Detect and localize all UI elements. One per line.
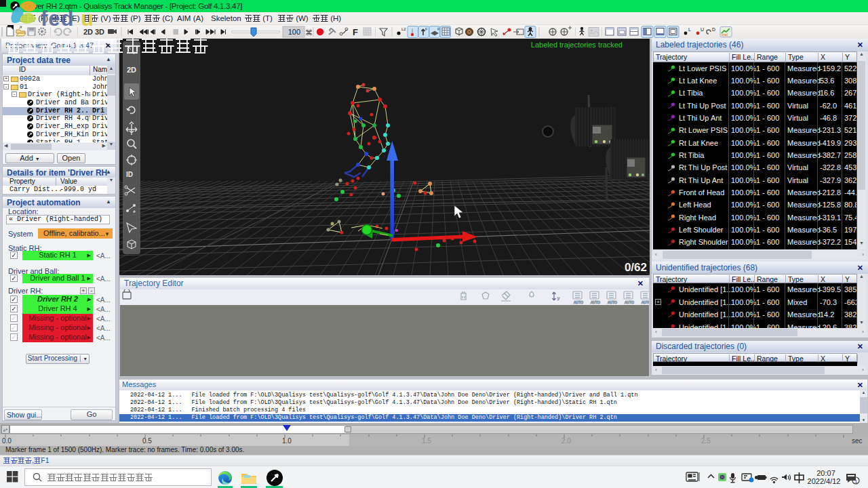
- svg-text:F: F: [437, 27, 440, 31]
- svg-text:y: y: [557, 296, 559, 300]
- svg-text:L: L: [688, 27, 691, 32]
- svg-text:100: 100: [288, 28, 300, 36]
- svg-text:1: 1: [854, 479, 858, 485]
- svg-text:0/62: 0/62: [625, 261, 647, 274]
- svg-text:2D: 2D: [127, 66, 136, 74]
- svg-text:U: U: [701, 27, 704, 32]
- svg-text:ID: ID: [126, 171, 133, 178]
- svg-text:AUTO: AUTO: [591, 300, 600, 304]
- svg-text:⌘: ⌘: [305, 28, 313, 37]
- svg-text:AUTO: AUTO: [642, 300, 649, 304]
- svg-text:D: D: [712, 27, 715, 32]
- svg-text:AUTO: AUTO: [608, 300, 617, 304]
- svg-text:F: F: [425, 27, 428, 31]
- svg-text:F: F: [353, 27, 358, 37]
- svg-text:trial: trial: [722, 33, 728, 37]
- svg-text:Labeled trajectories tracked: Labeled trajectories tracked: [531, 41, 623, 49]
- svg-text:AUTO: AUTO: [574, 300, 583, 304]
- svg-text:AUTO: AUTO: [625, 300, 634, 304]
- svg-text:fed: fed: [41, 7, 75, 30]
- svg-text:L2: L2: [401, 27, 406, 31]
- svg-text:u: u: [81, 7, 94, 30]
